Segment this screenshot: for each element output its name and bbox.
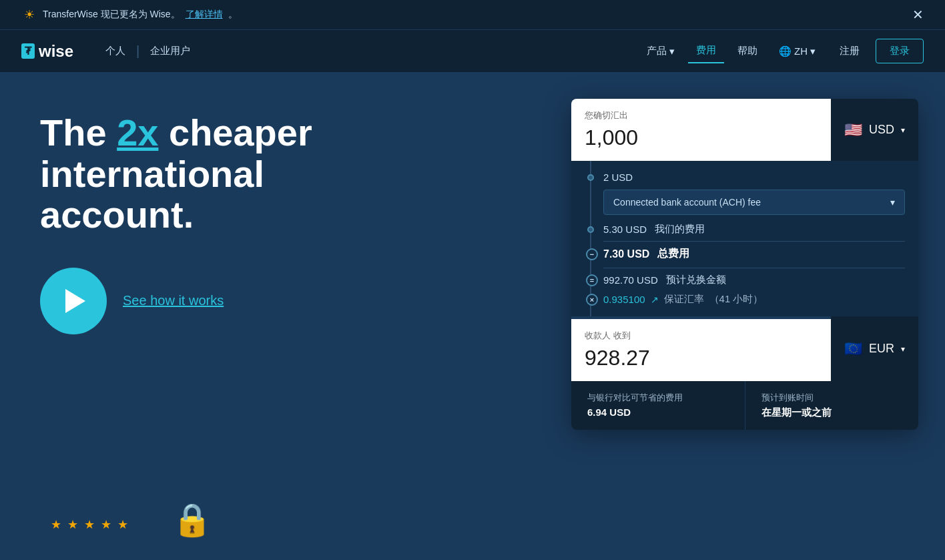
lock-icon-container: 🔒 [172,501,212,539]
fee-row-2: 5.30 USD 我们的费用 [603,223,905,236]
fee-row-1: 2 USD [603,172,905,183]
rate-row: × 0.935100 ↗ 保证汇率 （41 小时） [603,293,905,306]
nav-products[interactable]: 产品 ▾ [639,39,683,63]
fee-label-2: 我们的费用 [655,223,705,236]
minus-symbol: − [586,248,598,260]
logo-text: wise [39,42,73,61]
arrival-label: 预计到账时间 [761,392,903,404]
hero-actions: See how it works [40,268,550,334]
navbar: ₮ wise 个人 | 企业用户 产品 ▾ 费用 帮助 🌐 ZH ▾ 注册 登录 [0,29,945,72]
arrival-value: 在星期一或之前 [761,406,903,419]
receive-label: 收款人 收到 [585,330,818,342]
total-fee-label: 总费用 [657,247,689,261]
rate-label: 保证汇率 [664,293,704,306]
sun-icon: ☀ [21,7,37,23]
hero-heading: The 2x cheaper international account. [40,112,427,236]
fee-amount-1: 2 USD [603,172,633,183]
arrival-section: 预计到账时间 在星期一或之前 [745,381,919,430]
nav-personal[interactable]: 个人 [95,45,136,57]
star-icons: ★ ★ ★ ★ ★ [51,517,129,532]
send-input-area: 您确切汇出 [571,99,831,161]
rate-content: 0.935100 ↗ 保证汇率 （41 小时） [603,293,905,306]
close-button[interactable]: ✕ [912,8,924,21]
separator [603,241,905,242]
hero-line1-pre: The [40,111,117,154]
globe-icon: 🌐 [779,45,792,57]
rate-value: 0.935100 [603,294,645,305]
receive-currency-selector[interactable]: 🇪🇺 EUR ▾ [831,316,918,381]
receive-currency-chevron: ▾ [901,344,905,354]
fee-section: 2 USD Connected bank account (ACH) fee ▾… [571,161,918,316]
savings-label: 与银行对比可节省的费用 [587,392,729,404]
converter-widget: 您确切汇出 🇺🇸 USD ▾ 2 USD [571,99,918,430]
receive-amount-input[interactable] [585,346,818,370]
send-row: 您确切汇出 🇺🇸 USD ▾ [571,99,918,161]
converted-label: 预计兑换金额 [666,274,726,286]
total-fee-content: 7.30 USD 总费用 [603,247,905,261]
lock-icon: 🔒 [172,502,212,537]
dropdown-chevron: ▾ [890,197,895,208]
rating-badge: ★ ★ ★ ★ ★ [40,511,140,539]
hero-line2: international account. [40,153,264,236]
hero-highlight: 2x [117,111,158,154]
language-selector[interactable]: 🌐 ZH ▾ [771,40,824,63]
bottom-info: 与银行对比可节省的费用 6.94 USD 预计到账时间 在星期一或之前 [571,381,918,430]
banner-link[interactable]: 了解详情 [186,9,223,21]
send-amount-input[interactable] [585,125,818,150]
fee-line-1: 2 USD [603,172,905,183]
chevron-down-icon: ▾ [810,45,816,57]
payment-method-dropdown[interactable]: Connected bank account (ACH) fee ▾ [603,190,905,215]
nav-account-type: 个人 | 企业用户 [95,43,201,59]
hero-bottom: ★ ★ ★ ★ ★ 🔒 [40,469,550,539]
savings-value: 6.94 USD [587,406,729,418]
payment-method-label: Connected bank account (ACH) fee [613,197,761,208]
converted-row: = 992.70 USD 预计兑换金额 [603,274,905,286]
send-currency-flag: 🇺🇸 [844,121,862,139]
receive-box: 收款人 收到 [571,319,831,381]
fee-row-2-content: 5.30 USD 我们的费用 [603,223,905,236]
send-currency-selector[interactable]: 🇺🇸 USD ▾ [831,99,918,161]
play-icon [65,289,85,313]
fee-amount-2: 5.30 USD [603,224,647,235]
converted-content: 992.70 USD 预计兑换金额 [603,274,905,286]
nav-business[interactable]: 企业用户 [139,45,201,57]
receive-row: 收款人 收到 🇪🇺 EUR ▾ [571,316,918,381]
total-fee-value: 7.30 USD [603,248,649,260]
hero-line1-post: cheaper [158,111,312,154]
converted-amount: 992.70 USD [603,274,658,286]
timeline-dot-2 [587,226,594,233]
nav-right: 产品 ▾ 费用 帮助 🌐 ZH ▾ 注册 登录 [639,39,924,63]
nav-help[interactable]: 帮助 [729,39,765,63]
separator-2 [603,268,905,268]
see-how-link[interactable]: See how it works [123,293,224,308]
banner-text: TransferWise 现已更名为 Wise。 [43,9,180,21]
play-button[interactable] [40,268,107,334]
converter-section: 您确切汇出 🇺🇸 USD ▾ 2 USD [571,72,945,560]
rate-arrow-icon: ↗ [651,294,659,305]
chevron-down-icon: ▾ [669,45,675,57]
receive-currency-flag: 🇪🇺 [844,340,862,358]
receive-currency-code: EUR [869,342,894,356]
total-fee-row: − 7.30 USD 总费用 [603,247,905,261]
multiply-symbol: × [586,294,598,306]
banner-suffix: 。 [228,9,238,21]
send-currency-chevron: ▾ [901,125,905,135]
equals-symbol: = [586,274,598,286]
send-label: 您确切汇出 [585,109,818,121]
send-box: 您确切汇出 [571,99,831,161]
nav-fees[interactable]: 费用 [688,39,724,63]
signup-button[interactable]: 注册 [829,39,870,63]
logo-icon: ₮ [21,43,35,59]
banner-content: ☀ TransferWise 现已更名为 Wise。 了解详情 。 [21,7,238,23]
hero-section: The 2x cheaper international account. Se… [0,72,571,560]
receive-input-area: 收款人 收到 [571,319,831,381]
send-currency-code: USD [869,123,894,137]
timeline-dot-1 [587,174,594,181]
top-banner: ☀ TransferWise 现已更名为 Wise。 了解详情 。 ✕ [0,0,945,29]
main-content: The 2x cheaper international account. Se… [0,72,945,560]
login-button[interactable]: 登录 [876,39,924,63]
rate-time: （41 小时） [709,293,763,306]
logo[interactable]: ₮ wise [21,42,73,61]
savings-section: 与银行对比可节省的费用 6.94 USD [571,381,745,430]
